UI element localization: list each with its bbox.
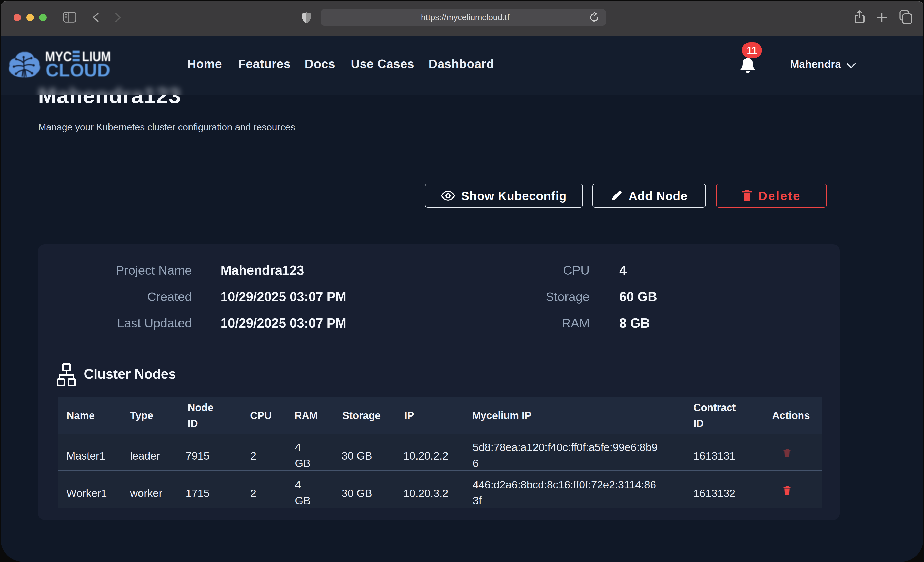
svg-text:CLOUD: CLOUD <box>46 60 110 79</box>
